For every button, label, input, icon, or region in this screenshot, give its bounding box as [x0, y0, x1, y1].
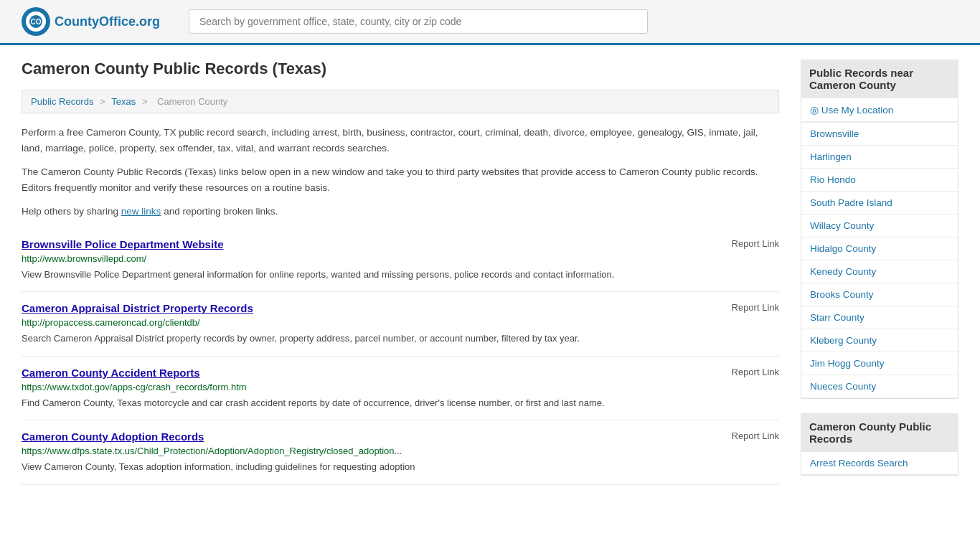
nearby-link[interactable]: Nueces County — [801, 375, 958, 397]
record-header: Brownsville Police Department Website Re… — [22, 238, 779, 250]
breadcrumb-texas[interactable]: Texas — [111, 96, 136, 107]
nearby-link-item[interactable]: Harlingen — [801, 146, 958, 169]
intro-paragraph-3: Help others by sharing new links and rep… — [22, 204, 779, 220]
record-title[interactable]: Brownsville Police Department Website — [22, 238, 223, 250]
nearby-link-item[interactable]: Willacy County — [801, 215, 958, 237]
logo[interactable]: CO CountyOffice.org — [22, 7, 160, 36]
record-url[interactable]: http://propaccess.cameroncad.org/clientd… — [22, 317, 779, 328]
new-links-link[interactable]: new links — [121, 206, 161, 217]
record-title[interactable]: Cameron County Adoption Records — [22, 430, 204, 443]
intro-paragraph-2: The Cameron County Public Records (Texas… — [22, 164, 779, 195]
breadcrumb-county: Cameron County — [157, 96, 227, 107]
nearby-link-item[interactable]: Kleberg County — [801, 329, 958, 352]
nearby-list: Use My Location Brownsville Harlingen Ri… — [801, 98, 958, 399]
breadcrumb-public-records[interactable]: Public Records — [31, 96, 93, 107]
nearby-link-item[interactable]: Nueces County — [801, 375, 958, 398]
main-content: Cameron County Public Records (Texas) Pu… — [22, 60, 779, 490]
nearby-link[interactable]: Harlingen — [801, 146, 958, 168]
site-header: CO CountyOffice.org — [0, 0, 980, 45]
sidebar: Public Records near Cameron County Use M… — [801, 60, 958, 490]
nearby-link-item[interactable]: South Padre Island — [801, 192, 958, 215]
record-desc: Search Cameron Appraisal District proper… — [22, 331, 779, 346]
report-link[interactable]: Report Link — [732, 367, 779, 377]
record-url[interactable]: http://www.brownsvillepd.com/ — [22, 253, 779, 264]
nearby-link[interactable]: Willacy County — [801, 215, 958, 237]
record-desc: View Cameron County, Texas adoption info… — [22, 460, 779, 474]
nearby-link[interactable]: Rio Hondo — [801, 169, 958, 191]
report-link[interactable]: Report Link — [732, 430, 779, 441]
intro-help-text: Help others by sharing — [22, 206, 118, 217]
nearby-section-title: Public Records near Cameron County — [801, 60, 958, 98]
record-entry: Cameron County Adoption Records Report L… — [22, 420, 779, 485]
nearby-link[interactable]: Kenedy County — [801, 260, 958, 283]
use-location-link[interactable]: Use My Location — [801, 98, 958, 122]
report-link[interactable]: Report Link — [732, 238, 779, 249]
nearby-link[interactable]: Brooks County — [801, 283, 958, 306]
intro-paragraph-1: Perform a free Cameron County, TX public… — [22, 125, 779, 156]
record-url[interactable]: https://www.dfps.state.tx.us/Child_Prote… — [22, 446, 779, 456]
nearby-link[interactable]: South Padre Island — [801, 192, 958, 214]
nearby-link-item[interactable]: Kenedy County — [801, 260, 958, 283]
breadcrumb-sep-2: > — [142, 96, 150, 107]
logo-icon: CO — [22, 7, 50, 36]
record-header: Cameron County Accident Reports Report L… — [22, 367, 779, 379]
search-input[interactable] — [189, 9, 648, 34]
cameron-section-title: Cameron County Public Records — [801, 413, 958, 452]
nearby-link-item[interactable]: Brownsville — [801, 123, 958, 146]
cameron-list: Arrest Records Search — [801, 452, 958, 476]
record-entry: Brownsville Police Department Website Re… — [22, 228, 779, 293]
logo-text: CountyOffice.org — [55, 14, 160, 29]
breadcrumb-sep-1: > — [100, 96, 108, 107]
nearby-link[interactable]: Hidalgo County — [801, 237, 958, 260]
nearby-link[interactable]: Starr County — [801, 306, 958, 329]
nearby-link-item[interactable]: Rio Hondo — [801, 169, 958, 192]
record-entry: Cameron County Accident Reports Report L… — [22, 357, 779, 421]
record-desc: View Brownsville Police Department gener… — [22, 268, 779, 282]
svg-text:CO: CO — [31, 18, 42, 26]
cameron-link[interactable]: Arrest Records Search — [801, 452, 958, 474]
record-title[interactable]: Cameron County Accident Reports — [22, 367, 200, 379]
main-layout: Cameron County Public Records (Texas) Pu… — [0, 45, 980, 504]
report-link[interactable]: Report Link — [732, 302, 779, 313]
nearby-link-item[interactable]: Hidalgo County — [801, 237, 958, 260]
nearby-link-item[interactable]: Brooks County — [801, 283, 958, 306]
breadcrumb: Public Records > Texas > Cameron County — [22, 90, 779, 113]
use-location-item[interactable]: Use My Location — [801, 98, 958, 123]
page-title: Cameron County Public Records (Texas) — [22, 60, 779, 78]
cameron-link-item[interactable]: Arrest Records Search — [801, 452, 958, 475]
nearby-link[interactable]: Jim Hogg County — [801, 352, 958, 375]
record-header: Cameron County Adoption Records Report L… — [22, 430, 779, 443]
record-url[interactable]: https://www.txdot.gov/apps-cg/crash_reco… — [22, 382, 779, 392]
record-desc: Find Cameron County, Texas motorcycle an… — [22, 396, 779, 410]
record-header: Cameron Appraisal District Property Reco… — [22, 302, 779, 314]
nearby-link[interactable]: Brownsville — [801, 123, 958, 145]
nearby-link[interactable]: Kleberg County — [801, 329, 958, 352]
record-title[interactable]: Cameron Appraisal District Property Reco… — [22, 302, 253, 314]
nearby-link-item[interactable]: Jim Hogg County — [801, 352, 958, 375]
intro-suffix: and reporting broken links. — [164, 206, 278, 217]
nearby-link-item[interactable]: Starr County — [801, 306, 958, 329]
record-entry: Cameron Appraisal District Property Reco… — [22, 292, 779, 357]
